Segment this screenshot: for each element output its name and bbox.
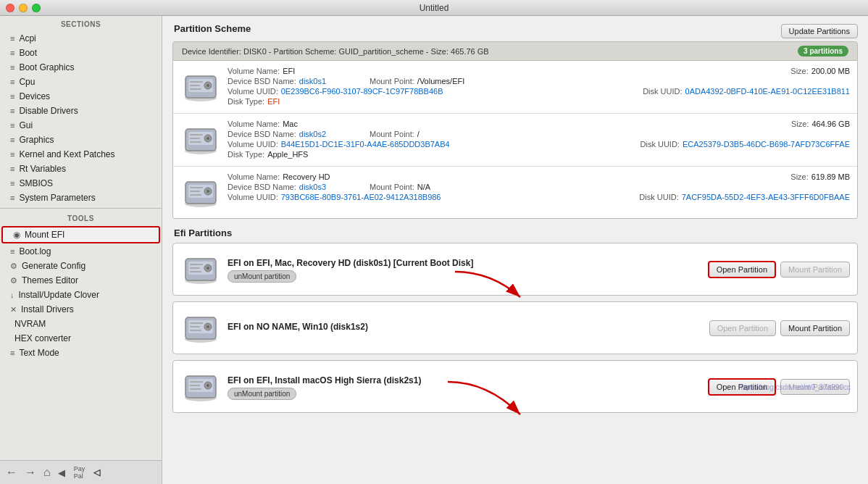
- svg-rect-40: [190, 330, 201, 331]
- disk-svg-recovery: [183, 176, 219, 209]
- close-button[interactable]: [6, 4, 14, 12]
- sidebar-item-label: Graphics: [19, 135, 54, 145]
- sidebar-item-nvram[interactable]: NVRAM: [0, 317, 162, 331]
- sidebar-item-rt-variables[interactable]: ≡ Rt Variables: [0, 162, 162, 176]
- sidebar-item-label: Rt Variables: [19, 164, 65, 174]
- sidebar-item-label: Gui: [19, 120, 33, 130]
- type-value: Apple_HFS: [267, 150, 308, 159]
- list-icon: ≡: [10, 107, 14, 115]
- disk-uuid-label: Disk UUID:: [639, 193, 678, 201]
- partition-row-2: Device BSD Name: disk0s2 Mount Point: /: [228, 130, 850, 138]
- sidebar-item-gui[interactable]: ≡ Gui: [0, 118, 162, 133]
- unmount-badge-1[interactable]: unMount partition: [228, 270, 296, 283]
- device-info-text: Device Identifier: DISK0 - Partition Sch…: [182, 47, 489, 56]
- minimize-button[interactable]: [19, 4, 28, 12]
- mount-partition-button-1[interactable]: Mount Partition: [780, 262, 850, 278]
- sidebar-item-label: Generate Config: [22, 261, 85, 271]
- list-icon: ≡: [10, 34, 14, 43]
- sidebar-item-kernel-kext[interactable]: ≡ Kernel and Kext Patches: [0, 147, 162, 162]
- disk-uuid-field: Disk UUID: 0ADA4392-0BFD-410E-AE91-0C12E…: [643, 87, 850, 96]
- list-icon: ≡: [10, 63, 14, 72]
- sidebar-item-text-mode[interactable]: ≡ Text Mode: [0, 346, 162, 360]
- disk-uuid-field: Disk UUID: 7ACF95DA-55D2-4EF3-AE43-3FFF6…: [639, 193, 850, 201]
- volume-name-value: Recovery HD: [283, 172, 330, 181]
- sidebar-item-label: Boot: [19, 48, 37, 58]
- sidebar-item-generate-config[interactable]: ⚙ Generate Config: [0, 259, 162, 273]
- efi-partitions-title: Efi Partitions: [172, 228, 858, 238]
- svg-rect-15: [190, 141, 201, 143]
- back-icon[interactable]: ←: [6, 466, 17, 479]
- mount-label: Mount Point:: [370, 77, 414, 85]
- share-icon[interactable]: ◀: [58, 467, 65, 478]
- sidebar-item-boot-log[interactable]: ≡ Boot.log: [0, 244, 162, 259]
- sidebar-item-install-clover[interactable]: ↓ Install/Update Clover: [0, 288, 162, 302]
- sidebar-item-acpi[interactable]: ≡ Acpi: [0, 31, 162, 46]
- efi-disk-svg-2: [183, 312, 219, 344]
- volume-name-field: Volume Name: Recovery HD: [228, 172, 330, 181]
- bsd-value: disk0s3: [299, 183, 326, 191]
- sidebar-item-cpu[interactable]: ≡ Cpu: [0, 75, 162, 89]
- sidebar-item-label: Devices: [19, 91, 50, 101]
- titlebar: Untitled: [0, 0, 868, 16]
- uuid-field: Volume UUID: 793BC68E-80B9-3761-AE02-941…: [228, 193, 441, 201]
- sidebar-item-boot-graphics[interactable]: ≡ Boot Graphics: [0, 60, 162, 75]
- svg-point-37: [206, 325, 209, 328]
- sidebar-item-mount-efi[interactable]: ◉ Mount EFI: [1, 226, 160, 243]
- home-icon[interactable]: ⌂: [43, 466, 51, 479]
- sidebar-item-label: SMBIOS: [19, 178, 53, 188]
- mount-value: /: [417, 130, 420, 138]
- donate-label[interactable]: ◁: [93, 467, 100, 477]
- disk-svg-mac: [183, 123, 219, 156]
- sidebar-item-themes-editor[interactable]: ⚙ Themes Editor: [0, 273, 162, 288]
- sidebar-item-boot[interactable]: ≡ Boot: [0, 46, 162, 60]
- mount-partition-button-2[interactable]: Mount Partition: [780, 320, 850, 336]
- sidebar-item-system-parameters[interactable]: ≡ System Parameters: [0, 191, 162, 205]
- sidebar-item-disable-drivers[interactable]: ≡ Disable Drivers: [0, 104, 162, 118]
- mount-label: Mount Point:: [370, 130, 414, 138]
- mount-label: Mount Point:: [370, 183, 414, 191]
- open-partition-button-2[interactable]: Open Partition: [709, 320, 776, 336]
- maximize-button[interactable]: [32, 4, 41, 12]
- efi-card-2-details: EFI on NO NAME, Win10 (disk1s2): [228, 322, 368, 335]
- svg-rect-5: [190, 81, 203, 83]
- sections-label: SECTIONS: [0, 16, 162, 31]
- bsd-value: disk0s2: [299, 130, 326, 138]
- sidebar-item-devices[interactable]: ≡ Devices: [0, 89, 162, 104]
- partition-row-1: Volume Name: Recovery HD Size: 619.89 MB: [228, 172, 850, 181]
- sidebar-item-smbios[interactable]: ≡ SMBIOS: [0, 176, 162, 191]
- mount-field: Mount Point: /Volumes/EFI: [370, 77, 464, 85]
- partition-scheme-title: Partition Scheme: [172, 23, 251, 34]
- size-value: 464.96 GB: [811, 120, 850, 128]
- sidebar-item-graphics[interactable]: ≡ Graphics: [0, 133, 162, 147]
- sidebar-item-label: Kernel and Kext Patches: [19, 149, 114, 159]
- sidebar-item-install-drivers[interactable]: ✕ Install Drivers: [0, 302, 162, 317]
- sidebar-item-hex-converter[interactable]: HEX converter: [0, 331, 162, 346]
- update-partitions-button[interactable]: Update Partitions: [781, 24, 858, 38]
- list-icon: ≡: [10, 179, 14, 188]
- mount-field: Mount Point: N/A: [370, 183, 430, 191]
- list-icon: ≡: [10, 78, 14, 86]
- efi-disk-icon-2: [180, 308, 220, 348]
- main-container: SECTIONS ≡ Acpi ≡ Boot ≡ Boot Graphics ≡…: [0, 16, 868, 484]
- forward-icon[interactable]: →: [25, 466, 36, 479]
- disk-uuid-value: 7ACF95DA-55D2-4EF3-AE43-3FFF6D0FBAAE: [682, 193, 850, 201]
- efi-card-2-actions: Open Partition Mount Partition: [709, 320, 850, 336]
- svg-rect-38: [190, 322, 203, 324]
- partition-row-1: Volume Name: EFI Size: 200.00 MB: [228, 67, 850, 75]
- mount-field: Mount Point: /: [370, 130, 420, 138]
- svg-rect-6: [190, 85, 200, 86]
- unmount-badge-3[interactable]: unMount partition: [228, 388, 296, 400]
- svg-rect-46: [190, 381, 203, 383]
- watermark: https://blog.csdn.net/m0_37a990cc: [738, 383, 851, 391]
- gear-icon: ⚙: [10, 276, 17, 285]
- svg-rect-31: [190, 271, 201, 272]
- sidebar-item-label: Install Drivers: [21, 304, 74, 314]
- window-controls: [6, 4, 41, 12]
- partition-header: Partition Scheme Update Partitions: [172, 23, 858, 38]
- svg-point-20: [206, 190, 209, 193]
- sidebar-item-label: Boot.log: [19, 246, 51, 256]
- volume-name-field: Volume Name: Mac: [228, 120, 298, 128]
- volume-name-label: Volume Name:: [228, 172, 280, 181]
- open-partition-button-1[interactable]: Open Partition: [708, 261, 776, 278]
- bsd-field: Device BSD Name: disk0s2: [228, 130, 326, 138]
